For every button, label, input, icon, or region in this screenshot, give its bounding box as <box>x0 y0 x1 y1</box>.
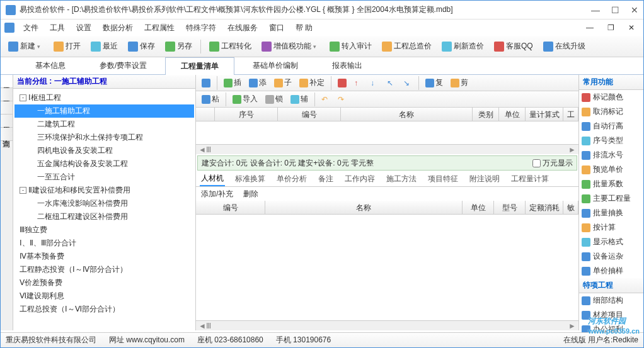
add-button[interactable]: 添 <box>246 76 270 89</box>
child-button[interactable]: 子 <box>271 76 295 89</box>
gcol-name[interactable]: 名称 <box>341 108 473 121</box>
paste-button[interactable]: 粘 <box>198 93 222 106</box>
rp-item[interactable]: 预览单价 <box>579 162 643 177</box>
subtab-rcj[interactable]: 人材机 <box>200 172 225 186</box>
tree-node[interactable]: -Ⅰ枢纽工程 <box>14 91 194 104</box>
gcol-code[interactable]: 编号 <box>278 108 341 121</box>
new-button[interactable]: 新建▾ <box>4 39 47 53</box>
redo-button[interactable]: ↷ <box>335 94 350 105</box>
tree-node[interactable]: 二建筑工程 <box>14 118 194 131</box>
menu-special[interactable]: 特殊字符 <box>181 21 221 35</box>
gcol-eng[interactable]: 工 <box>563 108 578 121</box>
import-button[interactable]: 导入 <box>229 93 261 106</box>
open-button[interactable]: 打开 <box>50 39 84 53</box>
subtab-method[interactable]: 施工方法 <box>385 172 418 186</box>
vat-button[interactable]: 增值税功能▾ <box>258 39 323 53</box>
menu-settings[interactable]: 设置 <box>71 21 96 35</box>
menu-online[interactable]: 在线服务 <box>222 21 263 35</box>
sgcol-name[interactable]: 名称 <box>265 201 463 214</box>
tree-node[interactable]: Ⅳ基本预备费 <box>14 250 194 263</box>
ltab-cost[interactable]: 费用组成 <box>1 75 13 88</box>
menu-file[interactable]: 文件 <box>18 21 43 35</box>
rp-item[interactable]: 主要工程量 <box>579 191 643 206</box>
tree-node[interactable]: 工程总投资（Ⅰ～Ⅵ部分合计） <box>14 303 194 316</box>
tree-toggle-icon[interactable]: - <box>20 187 26 194</box>
copy-button[interactable]: 复 <box>422 76 446 89</box>
gcol-unit[interactable]: 单位 <box>499 108 526 121</box>
up-button[interactable]: ↑ <box>351 77 366 89</box>
menu-proj-attr[interactable]: 工程属性 <box>139 21 180 35</box>
tree-node[interactable]: 四机电设备及安装工程 <box>14 144 194 157</box>
menu-tools[interactable]: 工具 <box>45 21 70 35</box>
save-button[interactable]: 保存 <box>124 39 159 53</box>
tree-expand-button[interactable] <box>198 77 214 89</box>
wan-checkbox[interactable]: 万元显示 <box>532 158 573 169</box>
subtab-remark[interactable]: 备注 <box>317 172 335 186</box>
rp-item[interactable]: 批量抽换 <box>579 206 643 220</box>
lock-button[interactable]: 锁 <box>262 93 286 106</box>
menu-data-analysis[interactable]: 数据分析 <box>98 21 138 35</box>
rp-item[interactable]: 单价抽样 <box>579 264 643 278</box>
tab-params[interactable]: 参数/费率设置 <box>84 57 163 74</box>
menu-window[interactable]: 窗口 <box>264 21 289 35</box>
gcol-cat[interactable]: 类别 <box>473 108 499 121</box>
main-grid-body[interactable] <box>196 121 578 144</box>
sub-grid-scroll[interactable]: ◄Ⅲ► <box>196 320 578 330</box>
rp-item[interactable]: 批量系数 <box>579 177 643 191</box>
undo-button[interactable]: ↶ <box>318 94 333 105</box>
ltab-quota[interactable]: 定额 <box>1 101 13 115</box>
tree-node[interactable]: 一水库淹没影响区补偿费用 <box>14 197 194 210</box>
sgcol-unit[interactable]: 单位 <box>463 201 494 214</box>
ltab-apply[interactable]: 套用单价 <box>1 115 13 128</box>
child-min-icon[interactable]: ― <box>581 22 599 33</box>
tab-unitprice[interactable]: 基础单价编制 <box>237 57 314 74</box>
menu-help[interactable]: 帮 助 <box>290 21 318 35</box>
right-button[interactable]: ↘ <box>400 77 415 89</box>
child-restore-icon[interactable]: ❐ <box>602 22 619 33</box>
aux-button[interactable]: 辅 <box>287 93 311 106</box>
close-button[interactable]: ✕ <box>631 5 638 15</box>
tree-node[interactable]: 五金属结构设备及安装工程 <box>14 157 194 171</box>
child-close-icon[interactable]: ✕ <box>623 22 640 33</box>
tree-node[interactable]: 工程静态投资（Ⅰ～Ⅳ部分合计） <box>14 263 194 276</box>
ltab-project[interactable]: 项目划分 <box>1 88 13 101</box>
tree-toggle-icon[interactable]: - <box>20 94 26 101</box>
sgcol-code[interactable]: 编号 <box>196 201 265 214</box>
subtab-price[interactable]: 单价分析 <box>275 172 308 186</box>
maximize-button[interactable]: ☐ <box>611 5 619 15</box>
subtab-qtycalc[interactable]: 工程量计算 <box>510 172 550 186</box>
rp-item[interactable]: 序号类型 <box>579 133 643 148</box>
qq-button[interactable]: 客服QQ <box>490 39 537 53</box>
main-grid-scroll[interactable]: ◄Ⅲ► <box>196 144 578 154</box>
supp-button[interactable]: 补定 <box>296 76 328 89</box>
tree-node[interactable]: 一至五合计 <box>14 171 194 184</box>
rp-item[interactable]: 排流水号 <box>579 148 643 162</box>
gcol-calc[interactable]: 量计算式 <box>526 108 563 121</box>
rp-item[interactable]: 设备运杂 <box>579 249 643 264</box>
cut-button[interactable]: 剪 <box>447 76 471 89</box>
sgcol-sens[interactable]: 敏 <box>563 201 578 214</box>
sub-grid-body[interactable] <box>196 215 578 320</box>
tree-node[interactable]: 二枢纽工程建设区补偿费用 <box>14 210 194 223</box>
tree-node[interactable]: Ⅰ、Ⅱ、Ⅲ部分合计 <box>14 237 194 250</box>
sub-add-button[interactable]: 添加/补充 <box>201 189 233 199</box>
tree-node[interactable]: 一施工辅助工程 <box>14 104 194 118</box>
convert-button[interactable]: 工程转化 <box>205 39 255 53</box>
rp-item[interactable]: 自动行高 <box>579 119 643 133</box>
subtab-note[interactable]: 附注说明 <box>468 172 501 186</box>
upgrade-button[interactable]: 在线升级 <box>539 39 589 53</box>
rp-item[interactable]: 按计算 <box>579 220 643 235</box>
total-button[interactable]: 工程总造价 <box>378 39 435 53</box>
sgcol-model[interactable]: 型号 <box>494 201 526 214</box>
rp-item[interactable]: 标记颜色 <box>579 90 643 104</box>
tab-report[interactable]: 报表输出 <box>316 57 378 74</box>
tree-node[interactable]: -Ⅱ建设征地和移民安置补偿费用 <box>14 184 194 197</box>
tree-node[interactable]: 三环境保护和水土保持专项工程 <box>14 131 194 144</box>
audit-button[interactable]: 转入审计 <box>326 39 376 53</box>
recent-button[interactable]: 最近 <box>87 39 122 53</box>
rp-item[interactable]: 显示格式 <box>579 235 643 249</box>
delete-button[interactable] <box>335 77 350 89</box>
subtab-feature[interactable]: 项目特征 <box>427 172 459 186</box>
minimize-button[interactable]: ― <box>591 5 600 15</box>
rp-item[interactable]: 取消标记 <box>579 104 643 119</box>
